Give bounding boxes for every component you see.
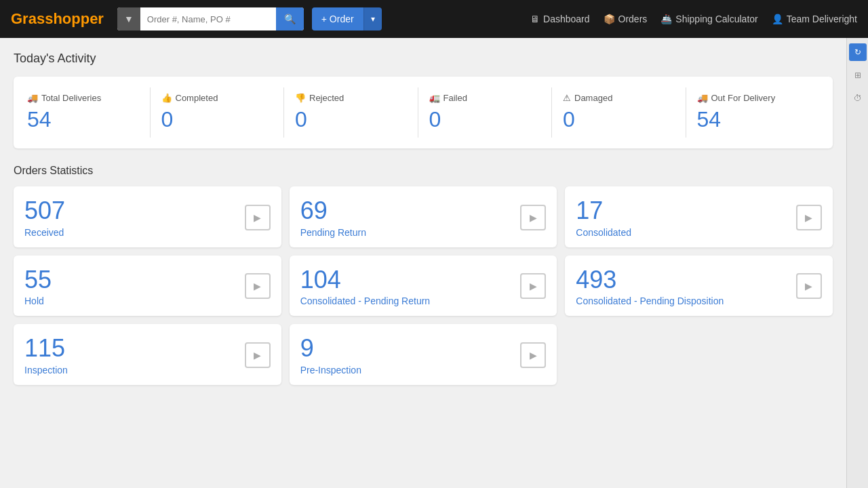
stat-card-arrow-consolidated[interactable]: ▶: [796, 205, 822, 230]
stat-card-left-pending-return: 69 Pending Return: [300, 197, 366, 238]
header: Grasshopper ▼ 🔍 + Order ▾ 🖥 Dashboard 📦 …: [0, 0, 868, 38]
activity-stats: 🚚 Total Deliveries 54 👍 Completed 0 👎: [27, 87, 819, 138]
failed-value: 0: [429, 107, 541, 132]
stat-card-label-consolidated: Consolidated: [576, 227, 631, 238]
stat-card-label-hold: Hold: [24, 296, 52, 306]
rejected-value: 0: [295, 107, 407, 132]
main-content: Today's Activity 🚚 Total Deliveries 54 👍…: [0, 38, 846, 488]
thumbs-up-icon: 👍: [161, 93, 172, 103]
orders-icon: 📦: [604, 14, 615, 24]
stat-card-left-hold: 55 Hold: [24, 266, 52, 307]
stat-card-consolidated-pending-return[interactable]: 104 Consolidated - Pending Return ▶: [290, 256, 557, 317]
order-dropdown-button[interactable]: ▾: [363, 7, 382, 30]
stat-card-arrow-consolidated-pending-return[interactable]: ▶: [520, 273, 546, 299]
stat-card-left-pre-inspection: 9 Pre-Inspection: [300, 335, 361, 375]
stat-card-number-consolidated: 17: [576, 197, 631, 224]
stat-card-label-consolidated-pending-disposition: Consolidated - Pending Disposition: [576, 296, 724, 306]
stat-card-pending-return[interactable]: 69 Pending Return ▶: [290, 186, 557, 247]
stat-card-received[interactable]: 507 Received ▶: [14, 186, 281, 247]
stat-card-inspection[interactable]: 115 Inspection ▶: [14, 324, 281, 385]
stat-card-arrow-inspection[interactable]: ▶: [245, 342, 271, 368]
stats-grid: 507 Received ▶ 69 Pending Return ▶ 17 Co…: [14, 186, 833, 385]
stat-card-label-consolidated-pending-return: Consolidated - Pending Return: [300, 296, 430, 306]
stat-card-left-consolidated-pending-disposition: 493 Consolidated - Pending Disposition: [576, 266, 724, 307]
dashboard-icon: 🖥: [530, 14, 540, 24]
search-input[interactable]: [140, 7, 276, 30]
main-layout: Today's Activity 🚚 Total Deliveries 54 👍…: [0, 38, 868, 488]
stat-card-arrow-pre-inspection[interactable]: ▶: [520, 342, 546, 368]
stat-card-number-pending-return: 69: [300, 197, 366, 224]
stat-card-number-consolidated-pending-disposition: 493: [576, 266, 724, 293]
damaged-icon: ⚠: [563, 93, 571, 103]
search-bar: ▼ 🔍: [117, 7, 304, 30]
stat-card-hold[interactable]: 55 Hold ▶: [14, 256, 281, 317]
stat-failed: 🚛 Failed 0: [418, 87, 553, 138]
thumbs-down-icon: 👎: [295, 93, 306, 103]
stat-damaged: ⚠ Damaged 0: [552, 87, 686, 138]
stat-total-deliveries: 🚚 Total Deliveries 54: [27, 87, 151, 138]
main-nav: 🖥 Dashboard 📦 Orders 🚢 Shipping Calculat…: [530, 14, 857, 24]
delivery-icon: 🚚: [697, 93, 708, 103]
nav-team[interactable]: 👤 Team Deliveright: [772, 14, 857, 24]
stat-card-label-received: Received: [24, 227, 65, 238]
search-button[interactable]: 🔍: [276, 7, 304, 30]
completed-value: 0: [161, 107, 273, 132]
stat-card-label-pending-return: Pending Return: [300, 227, 366, 238]
add-order-button[interactable]: + Order: [312, 7, 363, 30]
total-deliveries-value: 54: [27, 107, 139, 132]
columns-button[interactable]: ⊞: [849, 66, 867, 84]
nav-shipping-calculator[interactable]: 🚢 Shipping Calculator: [660, 14, 757, 24]
stat-card-left-inspection: 115 Inspection: [24, 335, 68, 375]
logo: Grasshopper: [11, 10, 104, 28]
nav-dashboard[interactable]: 🖥 Dashboard: [530, 14, 590, 24]
right-sidebar: ↻ ⊞ ⏱: [846, 38, 868, 488]
stat-card-consolidated-pending-disposition[interactable]: 493 Consolidated - Pending Disposition ▶: [565, 256, 833, 317]
stat-card-number-consolidated-pending-return: 104: [300, 266, 430, 293]
orders-statistics-title: Orders Statistics: [14, 165, 833, 177]
stat-card-arrow-consolidated-pending-disposition[interactable]: ▶: [796, 273, 822, 299]
stat-card-label-inspection: Inspection: [24, 365, 68, 375]
stat-out-for-delivery: 🚚 Out For Delivery 54: [686, 87, 820, 138]
stat-card-arrow-hold[interactable]: ▶: [245, 273, 271, 299]
page-title: Today's Activity: [14, 52, 833, 66]
stat-card-number-inspection: 115: [24, 335, 68, 362]
team-icon: 👤: [772, 14, 783, 24]
shipping-icon: 🚢: [660, 14, 672, 24]
filter-button[interactable]: ▼: [117, 7, 140, 30]
activity-card: 🚚 Total Deliveries 54 👍 Completed 0 👎: [14, 77, 833, 148]
nav-orders[interactable]: 📦 Orders: [604, 14, 648, 24]
stat-card-consolidated[interactable]: 17 Consolidated ▶: [565, 186, 833, 247]
stat-card-arrow-received[interactable]: ▶: [245, 205, 271, 230]
stat-card-left-consolidated-pending-return: 104 Consolidated - Pending Return: [300, 266, 430, 307]
history-button[interactable]: ⏱: [849, 89, 867, 107]
out-for-delivery-value: 54: [697, 107, 809, 132]
stat-card-left-received: 507 Received: [24, 197, 65, 238]
order-button-group: + Order ▾: [312, 7, 382, 30]
stat-rejected: 👎 Rejected 0: [284, 87, 418, 138]
truck-icon: 🚚: [27, 93, 38, 103]
stat-card-pre-inspection[interactable]: 9 Pre-Inspection ▶: [290, 324, 557, 385]
stat-card-left-consolidated: 17 Consolidated: [576, 197, 631, 238]
stat-card-label-pre-inspection: Pre-Inspection: [300, 365, 361, 375]
stat-completed: 👍 Completed 0: [151, 87, 285, 138]
refresh-button[interactable]: ↻: [849, 43, 867, 61]
stat-card-number-hold: 55: [24, 266, 52, 293]
damaged-value: 0: [563, 107, 675, 132]
stat-card-number-pre-inspection: 9: [300, 335, 361, 362]
failed-icon: 🚛: [429, 93, 440, 103]
stat-card-number-received: 507: [24, 197, 65, 224]
stat-card-arrow-pending-return[interactable]: ▶: [520, 205, 546, 230]
